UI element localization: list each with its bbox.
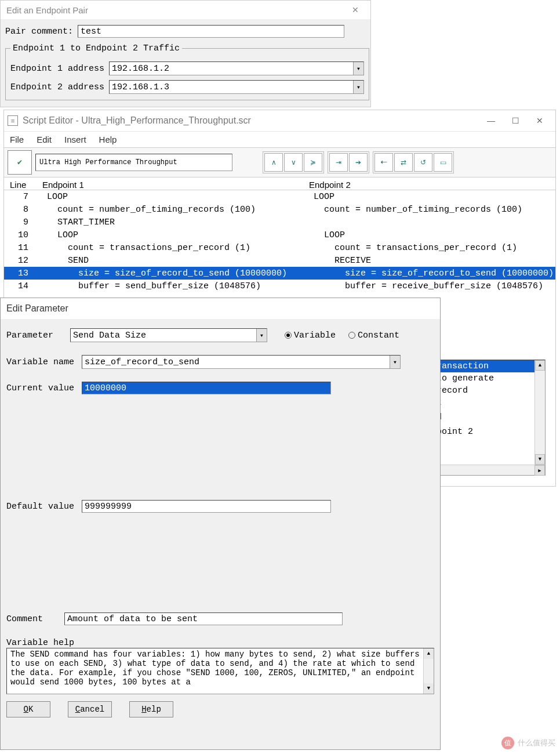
line-number: 9 <box>4 217 37 227</box>
menu-file[interactable]: File <box>10 135 24 144</box>
endpoint1-code: buffer = send_buffer_size (1048576) <box>37 281 303 291</box>
endpoint1-code: count = number_of_timing_records (100) <box>37 205 303 215</box>
code-area[interactable]: 7 LOOP LOOP8 count = number_of_timing_re… <box>4 190 555 292</box>
scroll-up-icon[interactable]: ▲ <box>535 360 545 371</box>
code-row[interactable]: 9 START_TIMER <box>4 216 555 229</box>
header-line: Line <box>10 180 42 190</box>
endpoint1-code: LOOP <box>37 230 303 240</box>
traffic-group-legend: Endpoint 1 to Endpoint 2 Traffic <box>10 44 182 53</box>
line-number: 11 <box>4 243 37 253</box>
arrow-left-icon[interactable]: 🠐 <box>374 153 393 172</box>
code-row[interactable]: 14 buffer = send_buffer_size (1048576) b… <box>4 280 555 292</box>
default-value-label: Default value <box>6 502 82 512</box>
maximize-icon[interactable]: ☐ <box>503 116 528 125</box>
endpoint2-code: count = number_of_timing_records (100) <box>303 205 555 215</box>
arrow-up-icon[interactable]: ∧ <box>264 153 283 172</box>
menubar: File Edit Insert Help <box>4 131 555 147</box>
endpoint1-address-combo[interactable]: 192.168.1.2 ▼ <box>109 61 364 75</box>
chevron-down-icon[interactable]: ▼ <box>390 356 400 368</box>
scroll-right-icon[interactable]: ▶ <box>534 465 545 476</box>
endpoint2-code: LOOP <box>303 192 555 202</box>
toolbar: ✔ Ultra High Performance Throughput ∧ ∨ … <box>4 147 555 177</box>
line-number: 8 <box>4 205 37 215</box>
menu-edit[interactable]: Edit <box>37 135 52 144</box>
scroll-down-icon[interactable]: ▼ <box>535 454 545 465</box>
close-icon[interactable]: ✕ <box>528 116 552 125</box>
script-editor-title: Script Editor - Ultra_High_Performance_T… <box>23 115 251 126</box>
arrow-right-icon[interactable]: ➔ <box>349 153 368 172</box>
endpoint2-address-label: Endpoint 2 address <box>10 82 109 92</box>
line-number: 12 <box>4 256 37 266</box>
chevron-down-icon[interactable]: ▼ <box>256 329 267 342</box>
code-row[interactable]: 10 LOOP LOOP <box>4 229 555 241</box>
minimize-icon[interactable]: — <box>479 116 503 125</box>
current-value-label: Current value <box>6 383 82 393</box>
header-endpoint2: Endpoint 2 <box>309 180 550 190</box>
code-row[interactable]: 8 count = number_of_timing_records (100)… <box>4 203 555 216</box>
variable-help-textarea[interactable]: The SEND command has four variables: 1) … <box>6 648 434 694</box>
delete-line-icon[interactable]: ≽ <box>304 153 322 172</box>
chevron-down-icon[interactable]: ▼ <box>353 62 363 75</box>
edit-parameter-title: Edit Parameter <box>1 298 440 319</box>
script-name-field[interactable]: Ultra High Performance Throughput <box>35 154 232 171</box>
ok-button[interactable]: OK <box>6 701 50 717</box>
code-row[interactable]: 11 count = transactions_per_record (1) c… <box>4 241 555 254</box>
watermark: 值 什么值得买 <box>501 737 555 749</box>
chevron-down-icon[interactable]: ▼ <box>353 81 363 93</box>
scrollbar-vertical[interactable]: ▲ ▼ <box>534 360 545 465</box>
endpoint2-address-combo[interactable]: 192.168.1.3 ▼ <box>109 80 364 94</box>
pair-comment-input[interactable] <box>78 25 344 38</box>
endpoint1-code: START_TIMER <box>37 217 303 227</box>
code-row[interactable]: 12 SEND RECEIVE <box>4 254 555 267</box>
endpoint1-code: count = transactions_per_record (1) <box>37 243 303 253</box>
comment-input[interactable] <box>64 612 343 625</box>
line-number: 14 <box>4 281 37 291</box>
edit-parameter-window: Edit Parameter Parameter Send Data Size … <box>0 298 441 750</box>
radio-on-icon <box>285 332 292 339</box>
arrow-down-icon[interactable]: ∨ <box>284 153 303 172</box>
variable-name-label: Variable name <box>6 357 82 367</box>
loop-icon[interactable]: ↺ <box>414 153 432 172</box>
swap-icon[interactable]: ⇄ <box>394 153 413 172</box>
endpoint2-code: count = transactions_per_record (1) <box>303 243 555 253</box>
scrollbar-vertical[interactable]: ▲ ▼ <box>423 648 434 694</box>
variable-name-combo[interactable]: size_of_record_to_send ▼ <box>82 355 401 369</box>
endpoint2-code: RECEIVE <box>303 256 555 266</box>
radio-off-icon <box>348 332 355 339</box>
code-row[interactable]: 7 LOOP LOOP <box>4 190 555 203</box>
end-icon[interactable]: ▭ <box>434 153 452 172</box>
menu-help[interactable]: Help <box>99 135 117 144</box>
endpoint2-code: size = size_of_record_to_send (10000000) <box>303 269 555 278</box>
endpoint1-code: SEND <box>37 256 303 266</box>
default-value-input[interactable] <box>82 500 331 513</box>
scroll-up-icon[interactable]: ▲ <box>424 648 434 659</box>
parameter-label: Parameter <box>6 331 70 340</box>
endpoint2-code: LOOP <box>303 230 555 240</box>
endpoint-pair-title: Edit an Endpoint Pair <box>6 5 88 15</box>
script-editor-titlebar: ≡ Script Editor - Ultra_High_Performance… <box>4 110 555 131</box>
check-icon[interactable]: ✔ <box>8 150 32 175</box>
parameter-value: Send Data Size <box>71 331 256 340</box>
line-number: 10 <box>4 230 37 240</box>
scroll-down-icon[interactable]: ▼ <box>424 683 434 694</box>
pair-comment-label: Pair comment: <box>5 27 73 37</box>
watermark-logo-icon: 值 <box>501 737 514 749</box>
endpoint2-code: buffer = receive_buffer_size (1048576) <box>303 281 555 291</box>
header-endpoint1: Endpoint 1 <box>42 180 309 190</box>
step-over-icon[interactable]: ⇥ <box>329 153 348 172</box>
close-icon[interactable]: ✕ <box>346 5 365 14</box>
endpoint1-code: size = size_of_record_to_send (10000000) <box>37 269 303 278</box>
radio-constant[interactable]: Constant <box>348 331 399 340</box>
code-row[interactable]: 13 size = size_of_record_to_send (100000… <box>4 267 555 280</box>
edit-endpoint-pair-window: Edit an Endpoint Pair ✕ Pair comment: En… <box>0 0 371 107</box>
line-number: 13 <box>4 269 37 278</box>
parameter-combo[interactable]: Send Data Size ▼ <box>70 328 267 342</box>
endpoint2-address-value: 192.168.1.3 <box>110 82 353 92</box>
menu-insert[interactable]: Insert <box>64 135 86 144</box>
radio-variable[interactable]: Variable <box>285 331 336 340</box>
current-value-input[interactable] <box>82 382 331 394</box>
endpoint1-code: LOOP <box>37 192 303 202</box>
cancel-button[interactable]: Cancel <box>68 701 112 717</box>
endpoint-pair-titlebar: Edit an Endpoint Pair ✕ <box>1 1 370 19</box>
help-button[interactable]: Help <box>129 701 173 717</box>
